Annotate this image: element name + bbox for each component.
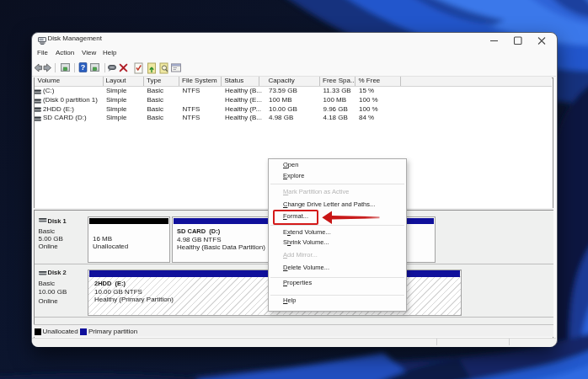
svg-text:?: ? — [81, 63, 86, 72]
